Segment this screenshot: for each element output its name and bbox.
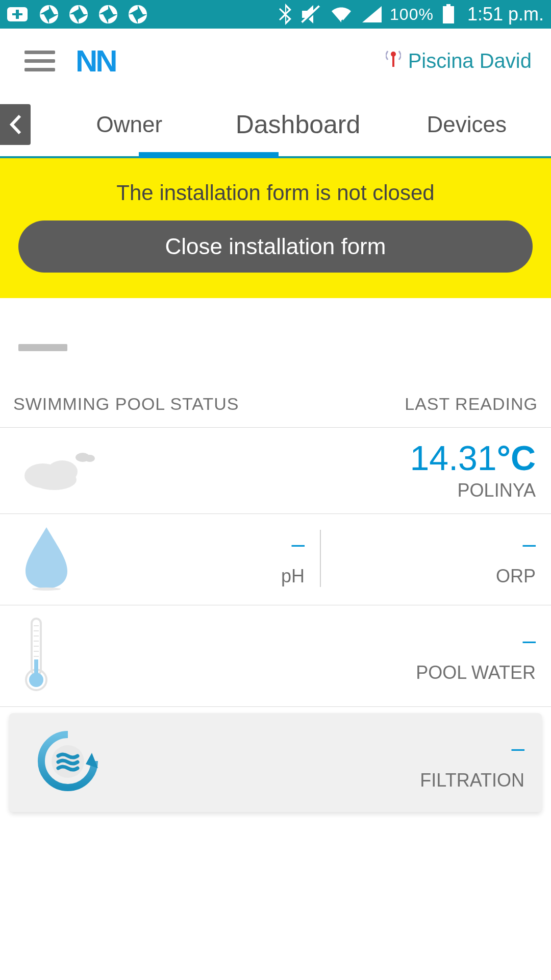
svg-rect-2 [12, 13, 22, 15]
location-name: POLINYA [105, 480, 536, 501]
tab-owner[interactable]: Owner [45, 112, 214, 137]
aperture-icon [98, 4, 118, 24]
antenna-icon [386, 50, 401, 72]
svg-point-15 [32, 470, 77, 490]
filtration-label: FILTRATION [420, 770, 524, 791]
svg-point-17 [85, 455, 95, 462]
orp-value: – [336, 530, 536, 557]
cloud-icon [18, 443, 100, 496]
ph-label: pH [105, 566, 305, 587]
tab-devices[interactable]: Devices [382, 112, 551, 137]
orp-label: ORP [336, 566, 536, 587]
app-logo: NN [76, 43, 116, 79]
aperture-icon [68, 4, 89, 24]
tab-dashboard[interactable]: Dashboard [214, 110, 383, 139]
aperture-icon [128, 4, 148, 24]
svg-rect-10 [446, 4, 450, 7]
weather-row: 14.31°C POLINYA [0, 427, 551, 513]
water-quality-row: – pH – ORP [0, 513, 551, 605]
aperture-icon [39, 4, 59, 24]
signal-icon [361, 5, 382, 23]
last-reading-heading: LAST READING [405, 394, 538, 414]
water-drop-icon [18, 524, 74, 593]
back-button[interactable] [0, 104, 31, 145]
account-selector[interactable]: Piscina David [386, 50, 532, 72]
tab-indicator [139, 152, 279, 158]
mute-icon [300, 4, 321, 24]
filtration-card[interactable]: – FILTRATION [9, 713, 542, 812]
ph-value: – [105, 530, 305, 557]
pool-water-row: – POOL WATER [0, 605, 551, 707]
installation-banner: The installation form is not closed Clos… [0, 158, 551, 298]
battery-percent: 100% [390, 5, 434, 24]
tabs-row: Owner Dashboard Devices [0, 93, 551, 158]
thermometer-icon [18, 616, 54, 694]
svg-rect-12 [392, 56, 394, 67]
banner-text: The installation form is not closed [18, 181, 533, 205]
pool-water-label: POOL WATER [105, 662, 536, 683]
close-installation-button[interactable]: Close installation form [18, 220, 533, 273]
hamburger-menu-icon[interactable] [24, 51, 55, 71]
filtration-icon [35, 728, 101, 797]
android-status-bar: 100% 1:51 p.m. [0, 0, 551, 29]
account-name: Piscina David [408, 50, 532, 72]
svg-point-18 [32, 587, 61, 591]
wifi-icon [330, 5, 353, 23]
pool-water-value: – [105, 626, 536, 654]
temperature-value: 14.31°C [105, 438, 536, 478]
battery-icon [442, 4, 455, 24]
bluetooth-icon [279, 4, 292, 25]
drag-handle[interactable] [18, 344, 67, 351]
status-heading: SWIMMING POOL STATUS [13, 394, 239, 414]
svg-rect-22 [34, 659, 38, 680]
section-heading: SWIMMING POOL STATUS LAST READING [0, 394, 551, 427]
svg-rect-9 [443, 6, 454, 23]
notification-plus-icon [7, 5, 30, 23]
filtration-value: – [420, 734, 524, 762]
app-header: NN Piscina David [0, 29, 551, 93]
clock: 1:51 p.m. [467, 4, 544, 25]
